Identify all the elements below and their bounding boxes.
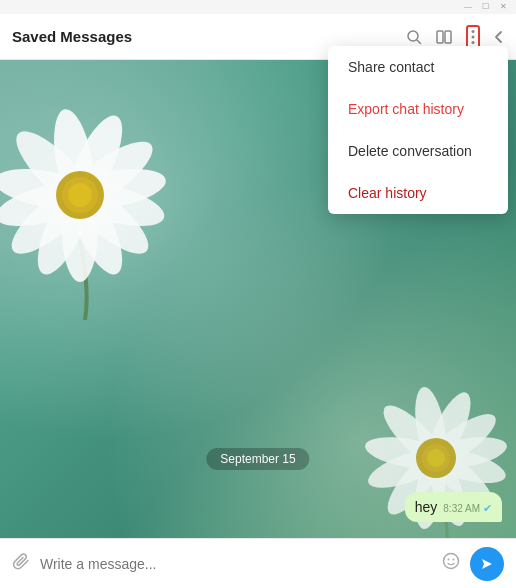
- menu-item-delete-conversation[interactable]: Delete conversation: [328, 130, 508, 172]
- svg-point-37: [427, 449, 445, 467]
- dropdown-menu: Share contact Export chat history Delete…: [328, 46, 508, 214]
- svg-line-1: [417, 40, 421, 44]
- title-bar: — ☐ ✕: [0, 0, 516, 14]
- svg-point-39: [448, 559, 450, 561]
- header-icons: [406, 25, 504, 49]
- back-arrow-icon[interactable]: [494, 29, 504, 45]
- emoji-icon[interactable]: [442, 552, 460, 575]
- svg-point-22: [68, 183, 92, 207]
- svg-point-38: [444, 554, 459, 569]
- search-icon[interactable]: [406, 29, 422, 45]
- svg-point-4: [472, 30, 475, 33]
- svg-point-6: [472, 41, 475, 44]
- message-time: 8:32 AM: [443, 503, 480, 514]
- svg-rect-3: [445, 31, 451, 43]
- menu-item-export-chat[interactable]: Export chat history: [328, 88, 508, 130]
- message-input[interactable]: [40, 556, 432, 572]
- minimize-button[interactable]: —: [464, 2, 474, 12]
- split-view-icon[interactable]: [436, 29, 452, 45]
- menu-item-clear-history[interactable]: Clear history: [328, 172, 508, 214]
- date-badge: September 15: [206, 448, 309, 470]
- message-meta: 8:32 AM ✔: [443, 502, 492, 515]
- page-title: Saved Messages: [12, 28, 406, 45]
- message-bubble: hey 8:32 AM ✔: [405, 492, 502, 522]
- more-options-icon[interactable]: [466, 25, 480, 49]
- message-text: hey: [415, 499, 438, 515]
- send-button[interactable]: [470, 547, 504, 581]
- maximize-button[interactable]: ☐: [482, 2, 492, 12]
- svg-point-40: [453, 559, 455, 561]
- attach-icon[interactable]: [12, 552, 30, 575]
- svg-rect-2: [437, 31, 443, 43]
- menu-item-share-contact[interactable]: Share contact: [328, 46, 508, 88]
- input-bar: [0, 538, 516, 588]
- message-checkmark: ✔: [483, 502, 492, 515]
- svg-point-5: [472, 35, 475, 38]
- close-button[interactable]: ✕: [500, 2, 510, 12]
